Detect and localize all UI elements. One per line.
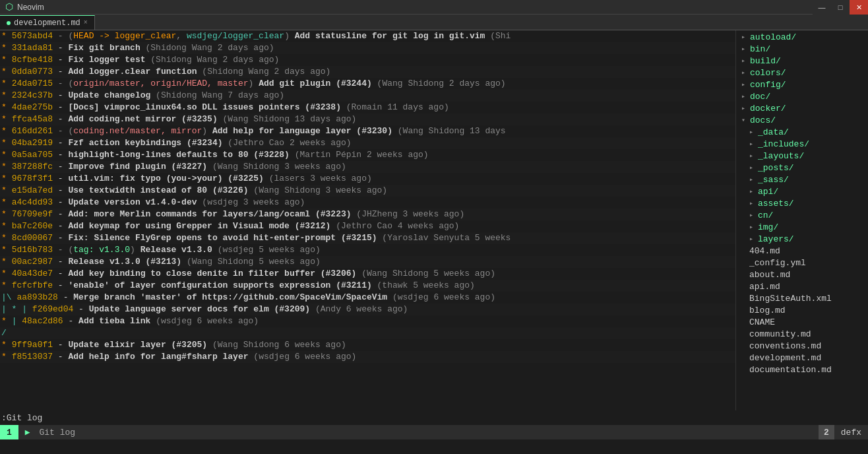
tree-subfolder-name: img/ bbox=[758, 222, 778, 234]
tree-file-bingsiteauth[interactable]: BingSiteAuth.xml bbox=[736, 293, 868, 305]
tree-file-documentation[interactable]: documentation.md bbox=[736, 364, 868, 376]
tree-arrow: ▸ bbox=[741, 32, 748, 44]
log-line: * 2324c37b - Update changelog (Shidong W… bbox=[0, 90, 735, 102]
active-tab[interactable]: development.md × bbox=[0, 15, 95, 30]
tree-arrow: ▸ bbox=[741, 55, 748, 67]
tree-item-build[interactable]: ▸ build/ bbox=[736, 55, 868, 67]
log-line: |\ aa893b28 - Merge branch 'master' of h… bbox=[0, 292, 735, 304]
log-line: * 0dda0773 - Add logger.clear function (… bbox=[0, 66, 735, 78]
log-line: * 8cd00067 - Fix: Silence FlyGrep opens … bbox=[0, 232, 735, 244]
tree-item-bin[interactable]: ▸ bin/ bbox=[736, 44, 868, 55]
log-line: * 9678f3f1 - util.vim: fix typo (you->yo… bbox=[0, 173, 735, 185]
tree-file-development[interactable]: development.md bbox=[736, 352, 868, 364]
app-title: Neovim bbox=[17, 3, 44, 12]
tree-item-docker[interactable]: ▸ docker/ bbox=[736, 103, 868, 115]
main-area: * 5673abd4 - (HEAD -> logger_clear, wsdj… bbox=[0, 30, 868, 439]
log-line: * 331ada81 - Fix git branch (Shidong Wan… bbox=[0, 42, 735, 54]
tree-item-data[interactable]: ▸ _data/ bbox=[736, 127, 868, 139]
tree-arrow: ▸ bbox=[741, 44, 748, 55]
tree-arrow: ▸ bbox=[741, 91, 748, 103]
log-line: * fcfcfbfe - 'enable' of layer configura… bbox=[0, 280, 735, 292]
git-log-pane: * 5673abd4 - (HEAD -> logger_clear, wsdj… bbox=[0, 30, 736, 439]
tree-item-api[interactable]: ▸ api/ bbox=[736, 186, 868, 198]
tab-dot bbox=[7, 21, 11, 25]
log-line: * ba7c260e - Add keymap for using Greppe… bbox=[0, 220, 735, 232]
tree-arrow: ▸ bbox=[749, 234, 756, 245]
tree-file-cname[interactable]: CNAME bbox=[736, 317, 868, 329]
tree-folder-name: docker/ bbox=[750, 103, 786, 115]
tree-subfolder-name: _data/ bbox=[758, 127, 789, 139]
tree-subfolder-name: assets/ bbox=[758, 198, 794, 210]
log-line: * 76709e9f - Add: more Merlin commands f… bbox=[0, 209, 735, 220]
log-line: * 40a43de7 - Add key binding to close de… bbox=[0, 268, 735, 280]
tree-item-docs[interactable]: ▾ docs/ bbox=[736, 115, 868, 127]
tree-item-assets[interactable]: ▸ assets/ bbox=[736, 198, 868, 210]
tree-item-layers[interactable]: ▸ layers/ bbox=[736, 234, 868, 245]
log-line: * 5d16b783 - (tag: v1.3.0) Release v1.3.… bbox=[0, 244, 735, 256]
log-line: * 0a5aa705 - highlight-long-lines defaul… bbox=[0, 149, 735, 161]
tree-file-config[interactable]: _config.yml bbox=[736, 257, 868, 269]
tree-arrow: ▸ bbox=[749, 139, 756, 150]
status-git-label: Git log bbox=[39, 428, 75, 438]
tree-file-api[interactable]: api.md bbox=[736, 281, 868, 293]
tree-item-cn[interactable]: ▸ cn/ bbox=[736, 210, 868, 222]
tree-subfolder-name: layers/ bbox=[758, 234, 794, 245]
tree-arrow: ▸ bbox=[749, 210, 756, 222]
log-line: * 9ff9a0f1 - Update elixir layer (#3205)… bbox=[0, 339, 735, 351]
tree-subfolder-name: cn/ bbox=[758, 210, 773, 222]
log-line: * | 48ac2d86 - Add tieba link (wsdjeg 6 … bbox=[0, 315, 735, 327]
command-line: :Git log bbox=[0, 410, 736, 425]
tree-item-layouts[interactable]: ▸ _layouts/ bbox=[736, 150, 868, 162]
maximize-button[interactable]: □ bbox=[831, 0, 850, 15]
tree-file-blog[interactable]: blog.md bbox=[736, 305, 868, 317]
tree-file-conventions[interactable]: conventions.md bbox=[736, 340, 868, 352]
tree-item-colors[interactable]: ▸ colors/ bbox=[736, 67, 868, 79]
tree-file-label: 404.md bbox=[749, 245, 780, 257]
minimize-button[interactable]: — bbox=[813, 0, 831, 15]
tree-file-label: conventions.md bbox=[749, 340, 821, 352]
tree-subfolder-name: _sass/ bbox=[758, 174, 789, 186]
tree-file-label: about.md bbox=[749, 269, 790, 281]
tree-item-doc[interactable]: ▸ doc/ bbox=[736, 91, 868, 103]
tree-file-label: blog.md bbox=[749, 305, 786, 317]
tree-folder-name: bin/ bbox=[750, 44, 770, 55]
tree-folder-name: colors/ bbox=[750, 67, 786, 79]
tree-file-community[interactable]: community.md bbox=[736, 329, 868, 340]
tree-arrow-open: ▾ bbox=[741, 115, 748, 127]
status-bar: 1 ▶ Git log 2 defx bbox=[0, 425, 868, 439]
tree-item-includes[interactable]: ▸ _includes/ bbox=[736, 139, 868, 150]
tree-file-label: community.md bbox=[749, 329, 811, 340]
tree-item-sass[interactable]: ▸ _sass/ bbox=[736, 174, 868, 186]
tree-arrow: ▸ bbox=[749, 150, 756, 162]
tab-bar: development.md × bbox=[0, 15, 868, 30]
tree-arrow: ▸ bbox=[749, 198, 756, 210]
cmd-text: :Git log bbox=[1, 413, 42, 423]
tree-arrow: ▸ bbox=[741, 103, 748, 115]
tree-folder-name: config/ bbox=[750, 79, 786, 91]
tree-item-img[interactable]: ▸ img/ bbox=[736, 222, 868, 234]
tree-subfolder-name: _includes/ bbox=[758, 139, 809, 150]
tree-folder-name: doc/ bbox=[750, 91, 770, 103]
tree-file-label: documentation.md bbox=[749, 364, 832, 376]
log-line: * f8513037 - Add help info for lang#fsha… bbox=[0, 351, 735, 363]
tree-arrow: ▸ bbox=[749, 186, 756, 198]
tree-item-config[interactable]: ▸ config/ bbox=[736, 79, 868, 91]
tree-file-label: api.md bbox=[749, 281, 780, 293]
log-line: * 24da0715 - (origin/master, origin/HEAD… bbox=[0, 78, 735, 90]
file-tree-pane: ▸ autoload/ ▸ bin/ ▸ build/ ▸ colors/ ▸ … bbox=[736, 30, 868, 439]
window-controls: — □ ✕ bbox=[813, 0, 868, 15]
tree-file-about[interactable]: about.md bbox=[736, 269, 868, 281]
tree-file-label: BingSiteAuth.xml bbox=[749, 293, 832, 305]
tree-item-autoload[interactable]: ▸ autoload/ bbox=[736, 32, 868, 44]
tree-item-posts[interactable]: ▸ _posts/ bbox=[736, 162, 868, 174]
log-line: * 00ac2987 - Release v1.3.0 (#3213) (Wan… bbox=[0, 256, 735, 268]
log-line: * 616dd261 - (coding.net/master, mirror)… bbox=[0, 125, 735, 137]
close-button[interactable]: ✕ bbox=[850, 0, 868, 15]
log-line: * 387288fc - Improve find plugin (#3227)… bbox=[0, 161, 735, 173]
tree-subfolder-name: api/ bbox=[758, 186, 778, 198]
tab-filename: development.md bbox=[14, 18, 80, 28]
tree-file-404[interactable]: 404.md bbox=[736, 245, 868, 257]
tab-close-button[interactable]: × bbox=[84, 19, 88, 26]
status-right-label: defx bbox=[834, 425, 868, 439]
log-line: / bbox=[0, 327, 735, 339]
